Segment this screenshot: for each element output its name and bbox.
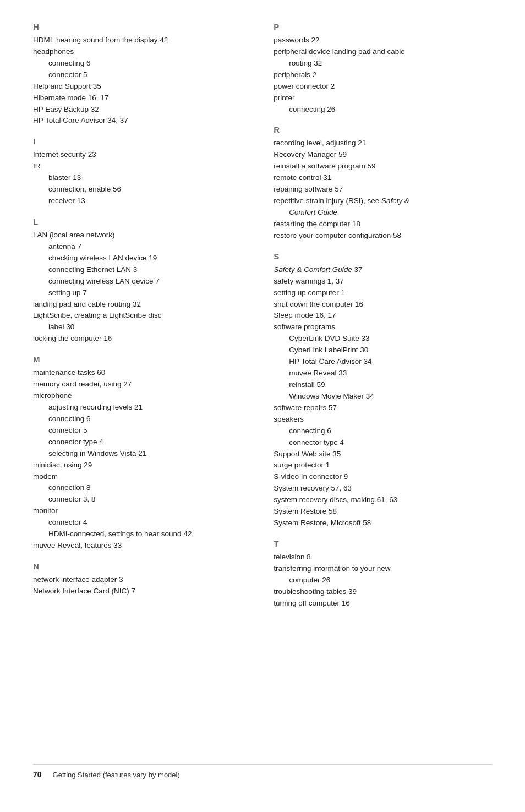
list-item: LightScribe, creating a LightScribe disc — [33, 310, 246, 321]
list-item: checking wireless LAN device 19 — [48, 253, 246, 264]
list-item: software programs — [274, 321, 492, 333]
section-R: R recording level, adjusting 21 Recovery… — [274, 125, 492, 241]
list-item: computer 26 — [289, 575, 492, 586]
section-letter-I: I — [33, 137, 246, 146]
right-column: P passwords 22 peripheral device landing… — [262, 22, 492, 742]
list-item: turning off computer 16 — [274, 598, 492, 609]
section-M: M maintenance tasks 60 memory card reade… — [33, 355, 246, 552]
list-item: surge protector 1 — [274, 460, 492, 471]
list-item: CyberLink LabelPrint 30 — [289, 345, 492, 356]
content-columns: H HDMI, hearing sound from the display 4… — [33, 22, 492, 742]
list-item: connecting 26 — [289, 104, 492, 116]
section-P: P passwords 22 peripheral device landing… — [274, 22, 492, 115]
list-item: Internet security 23 — [33, 149, 246, 161]
list-item: System Restore, Microsoft 58 — [274, 517, 492, 529]
italic-text: Safety & Comfort Guide — [274, 265, 352, 274]
page: H HDMI, hearing sound from the display 4… — [0, 0, 525, 812]
list-item: Comfort Guide — [289, 207, 492, 219]
section-letter-N: N — [33, 562, 246, 571]
section-letter-M: M — [33, 355, 246, 364]
list-item: recording level, adjusting 21 — [274, 138, 492, 149]
list-item: connector 3, 8 — [48, 494, 246, 505]
list-item: muvee Reveal 33 — [289, 368, 492, 379]
section-I: I Internet security 23 IR blaster 13 con… — [33, 137, 246, 207]
list-item: setting up 7 — [48, 287, 246, 299]
list-item: minidisc, using 29 — [33, 460, 246, 471]
list-item: locking the computer 16 — [33, 333, 246, 345]
section-S: S Safety & Comfort Guide 37 safety warni… — [274, 252, 492, 529]
list-item: repairing software 57 — [274, 184, 492, 195]
list-item: shut down the computer 16 — [274, 299, 492, 310]
section-N: N network interface adapter 3 Network In… — [33, 562, 246, 597]
list-item: microphone — [33, 390, 246, 402]
list-item: Sleep mode 16, 17 — [274, 310, 492, 321]
list-item: System Restore 58 — [274, 506, 492, 517]
list-item: HP Total Care Advisor 34 — [289, 356, 492, 368]
list-item: muvee Reveal, features 33 — [33, 540, 246, 552]
list-item: antenna 7 — [48, 241, 246, 253]
list-item: Support Web site 35 — [274, 449, 492, 460]
list-item: landing pad and cable routing 32 — [33, 299, 246, 310]
list-item: repetitive strain injury (RSI), see Safe… — [274, 195, 492, 207]
list-item: routing 32 — [289, 58, 492, 69]
list-item: power connector 2 — [274, 81, 492, 92]
footer-description: Getting Started (features vary by model) — [53, 771, 180, 779]
list-item: reinstall a software program 59 — [274, 161, 492, 172]
list-item: HDMI, hearing sound from the display 42 — [33, 35, 246, 46]
section-letter-L: L — [33, 217, 246, 226]
left-column: H HDMI, hearing sound from the display 4… — [33, 22, 262, 742]
list-item: S-video In connector 9 — [274, 471, 492, 483]
list-item: maintenance tasks 60 — [33, 367, 246, 379]
list-item: connecting 6 — [289, 426, 492, 437]
list-item: monitor — [33, 505, 246, 517]
list-item: label 30 — [48, 321, 246, 333]
section-letter-P: P — [274, 22, 492, 31]
list-item: connection, enable 56 — [48, 184, 246, 195]
list-item: Help and Support 35 — [33, 81, 246, 92]
section-letter-R: R — [274, 125, 492, 134]
list-item: network interface adapter 3 — [33, 574, 246, 586]
list-item: connecting 6 — [48, 413, 246, 425]
section-H: H HDMI, hearing sound from the display 4… — [33, 22, 246, 127]
list-item: modem — [33, 471, 246, 483]
list-item: Safety & Comfort Guide 37 — [274, 264, 492, 276]
list-item: setting up computer 1 — [274, 287, 492, 299]
list-item: transferring information to your new — [274, 563, 492, 575]
list-item: peripherals 2 — [274, 69, 492, 81]
section-letter-H: H — [33, 22, 246, 31]
section-letter-S: S — [274, 252, 492, 261]
list-item: connector 5 — [48, 425, 246, 437]
list-item: system recovery discs, making 61, 63 — [274, 494, 492, 506]
list-item: safety warnings 1, 37 — [274, 276, 492, 287]
list-item: reinstall 59 — [289, 379, 492, 391]
list-item: connection 8 — [48, 482, 246, 494]
list-item: HP Easy Backup 32 — [33, 104, 246, 116]
list-item: troubleshooting tables 39 — [274, 586, 492, 598]
list-item: connecting Ethernet LAN 3 — [48, 264, 246, 276]
page-footer: 70 Getting Started (features vary by mod… — [33, 764, 492, 779]
list-item: connector type 4 — [48, 437, 246, 448]
list-item: connector 5 — [48, 69, 246, 81]
list-item: speakers — [274, 414, 492, 426]
list-item: memory card reader, using 27 — [33, 379, 246, 390]
list-item: peripheral device landing pad and cable — [274, 46, 492, 58]
list-item: LAN (local area network) — [33, 230, 246, 241]
list-item: connecting 6 — [48, 58, 246, 69]
italic-text: Comfort Guide — [289, 208, 337, 216]
list-item: printer — [274, 92, 492, 104]
list-item: passwords 22 — [274, 35, 492, 46]
list-item: adjusting recording levels 21 — [48, 402, 246, 413]
list-item: Windows Movie Maker 34 — [289, 391, 492, 402]
section-letter-T: T — [274, 539, 492, 548]
list-item: connector type 4 — [289, 437, 492, 449]
list-item: restore your computer configuration 58 — [274, 230, 492, 242]
list-item: blaster 13 — [48, 172, 246, 184]
list-item: headphones — [33, 46, 246, 58]
list-item: Hibernate mode 16, 17 — [33, 92, 246, 104]
list-item: receiver 13 — [48, 195, 246, 207]
section-T: T television 8 transferring information … — [274, 539, 492, 609]
list-item: restarting the computer 18 — [274, 219, 492, 230]
list-item: HP Total Care Advisor 34, 37 — [33, 115, 246, 127]
list-item: remote control 31 — [274, 172, 492, 184]
list-item: Recovery Manager 59 — [274, 149, 492, 161]
